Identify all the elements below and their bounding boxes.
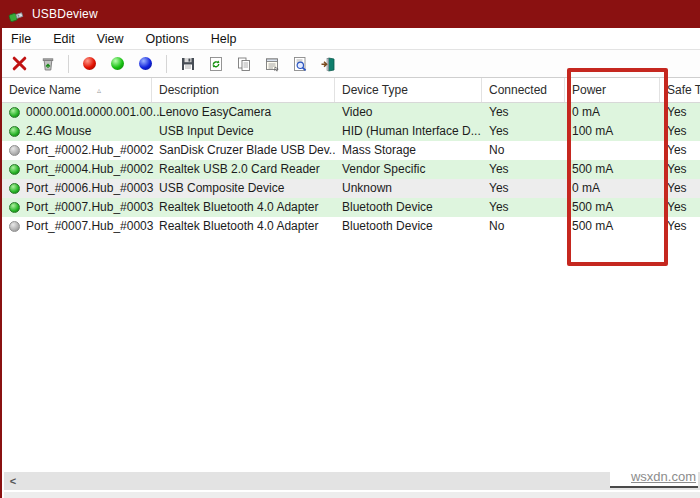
column-header-device-name[interactable]: Device Name▵: [2, 78, 152, 102]
power: 0 mA: [565, 103, 660, 122]
power: 500 mA: [565, 217, 660, 236]
blue-ball-icon[interactable]: [136, 54, 155, 73]
safe-to-unplug: Yes: [660, 217, 700, 236]
power: [565, 141, 660, 160]
green-ball-icon[interactable]: [108, 54, 127, 73]
connected: Yes: [482, 122, 565, 141]
table-row[interactable]: Port_#0007.Hub_#0003 Realtek Bluetooth 4…: [2, 198, 700, 217]
uninstall-delete-icon[interactable]: [10, 54, 29, 73]
refresh-icon[interactable]: [206, 54, 225, 73]
power: 500 mA: [565, 160, 660, 179]
table-row[interactable]: Port_#0007.Hub_#0003 Realtek Bluetooth 4…: [2, 217, 700, 236]
connected: Yes: [482, 179, 565, 198]
device-name: Port_#0002.Hub_#0002: [26, 141, 153, 160]
connected: No: [482, 217, 565, 236]
usbdeview-window: USBDeview File Edit View Options Help: [0, 0, 700, 498]
menubar: File Edit View Options Help: [2, 28, 700, 50]
column-header-connected[interactable]: Connected: [482, 78, 565, 102]
table-row[interactable]: Port_#0006.Hub_#0003 USB Composite Devic…: [2, 179, 700, 198]
device-type: Unknown: [335, 179, 482, 198]
safe-to-unplug: Yes: [660, 141, 700, 160]
device-type: Video: [335, 103, 482, 122]
description: Lenovo EasyCamera: [152, 103, 335, 122]
device-type: HID (Human Interface D...: [335, 122, 482, 141]
connected: Yes: [482, 160, 565, 179]
connected-status-icon: [9, 164, 20, 175]
table-row[interactable]: 0000.001d.0000.001.00... Lenovo EasyCame…: [2, 103, 700, 122]
safe-to-unplug: Yes: [660, 179, 700, 198]
device-name: Port_#0004.Hub_#0002: [26, 160, 153, 179]
menu-help[interactable]: Help: [200, 30, 248, 48]
menu-options[interactable]: Options: [135, 30, 200, 48]
connected: Yes: [482, 198, 565, 217]
safe-to-unplug: Yes: [660, 160, 700, 179]
watermark: wsxdn.com: [610, 466, 698, 488]
menu-edit[interactable]: Edit: [42, 30, 86, 48]
device-name: 0000.001d.0000.001.00...: [26, 103, 163, 122]
connected: Yes: [482, 103, 565, 122]
column-header-device-type[interactable]: Device Type: [335, 78, 482, 102]
description: Realtek USB 2.0 Card Reader: [152, 160, 335, 179]
table-row[interactable]: 2.4G Mouse USB Input Device HID (Human I…: [2, 122, 700, 141]
toolbar-separator: [166, 55, 167, 73]
connected-status-icon: [9, 202, 20, 213]
table-row[interactable]: Port_#0004.Hub_#0002 Realtek USB 2.0 Car…: [2, 160, 700, 179]
table-header-row: Device Name▵ Description Device Type Con…: [2, 78, 700, 103]
safe-to-unplug: Yes: [660, 198, 700, 217]
usb-app-icon: [8, 6, 25, 23]
power: 0 mA: [565, 179, 660, 198]
connected: No: [482, 141, 565, 160]
device-type: Bluetooth Device: [335, 198, 482, 217]
device-type: Bluetooth Device: [335, 217, 482, 236]
status-bar: [4, 491, 700, 498]
device-type: Mass Storage: [335, 141, 482, 160]
description: USB Composite Device: [152, 179, 335, 198]
horizontal-scrollbar[interactable]: <: [4, 472, 700, 490]
power: 500 mA: [565, 198, 660, 217]
disconnected-status-icon: [9, 145, 20, 156]
column-header-description[interactable]: Description: [152, 78, 335, 102]
properties-icon[interactable]: [262, 54, 281, 73]
toolbar-separator: [68, 55, 69, 73]
table-row[interactable]: Port_#0002.Hub_#0002 SanDisk Cruzer Blad…: [2, 141, 700, 160]
red-ball-icon[interactable]: [80, 54, 99, 73]
description: USB Input Device: [152, 122, 335, 141]
disable-device-trash-icon[interactable]: [38, 54, 57, 73]
connected-status-icon: [9, 183, 20, 194]
save-icon[interactable]: [178, 54, 197, 73]
device-name: 2.4G Mouse: [26, 122, 91, 141]
device-name: Port_#0007.Hub_#0003: [26, 217, 153, 236]
device-name: Port_#0007.Hub_#0003: [26, 198, 153, 217]
description: SanDisk Cruzer Blade USB Dev...: [152, 141, 335, 160]
safe-to-unplug: Yes: [660, 122, 700, 141]
window-title: USBDeview: [32, 7, 98, 21]
menu-file[interactable]: File: [2, 30, 42, 48]
sort-ascending-icon: ▵: [97, 86, 101, 95]
device-table: Device Name▵ Description Device Type Con…: [2, 78, 700, 236]
disconnected-status-icon: [9, 221, 20, 232]
description: Realtek Bluetooth 4.0 Adapter: [152, 217, 335, 236]
copy-icon[interactable]: [234, 54, 253, 73]
connected-status-icon: [9, 107, 20, 118]
connected-status-icon: [9, 126, 20, 137]
column-header-safe-to-unplug[interactable]: Safe Te: [660, 78, 700, 102]
menu-view[interactable]: View: [86, 30, 135, 48]
scrollbar-track[interactable]: [22, 472, 700, 490]
power: 100 mA: [565, 122, 660, 141]
description: Realtek Bluetooth 4.0 Adapter: [152, 198, 335, 217]
exit-icon[interactable]: [318, 54, 337, 73]
column-header-power[interactable]: Power: [565, 78, 660, 102]
safe-to-unplug: Yes: [660, 103, 700, 122]
device-type: Vendor Specific: [335, 160, 482, 179]
find-icon[interactable]: [290, 54, 309, 73]
scroll-left-button[interactable]: <: [4, 472, 22, 490]
titlebar[interactable]: USBDeview: [2, 0, 700, 28]
device-name: Port_#0006.Hub_#0003: [26, 179, 153, 198]
toolbar: [2, 50, 700, 78]
